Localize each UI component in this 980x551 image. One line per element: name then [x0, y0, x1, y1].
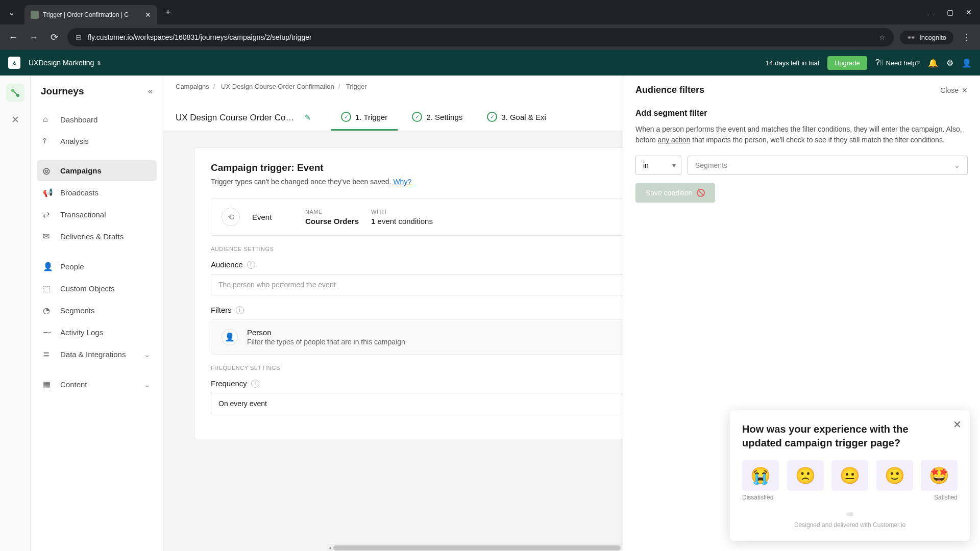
- operator-select[interactable]: in: [635, 156, 681, 175]
- reload-button[interactable]: ⟳: [47, 32, 61, 43]
- forward-button[interactable]: →: [27, 32, 41, 43]
- customerio-icon: [845, 509, 855, 519]
- audience-filters-panel: Audience filters Close ✕ Add segment fil…: [623, 76, 980, 551]
- workspace-switcher[interactable]: UXDesign Marketing ⇅: [29, 59, 101, 67]
- incognito-icon: 👓: [907, 34, 915, 41]
- event-name-label: NAME: [305, 209, 359, 215]
- window-maximize-icon[interactable]: ▢: [947, 8, 953, 16]
- breadcrumb-campaigns[interactable]: Campaigns: [176, 83, 209, 90]
- person-icon: 👤: [222, 329, 238, 345]
- main-content: Campaigns/ UX Design Course Order Confir…: [163, 76, 980, 551]
- rail-journeys-icon[interactable]: [6, 84, 24, 102]
- panel-title: Audience filters: [635, 85, 704, 95]
- address-bar[interactable]: ⊟ fly.customer.io/workspaces/160831/jour…: [67, 28, 894, 46]
- nav-campaigns[interactable]: ◎Campaigns: [37, 160, 157, 181]
- window-minimize-icon[interactable]: —: [927, 8, 935, 16]
- save-condition-button[interactable]: Save condition: [635, 183, 715, 203]
- breadcrumb-campaign-name[interactable]: UX Design Course Order Confirmation: [221, 83, 334, 90]
- rating-4-button[interactable]: 🙂: [876, 460, 913, 491]
- notifications-icon[interactable]: 🔔: [928, 58, 938, 68]
- browser-tab-strip: ⌄ Trigger | Order Confirmation | C ✕ + —…: [0, 0, 980, 24]
- nav-transactional[interactable]: ⇄Transactional: [37, 204, 157, 225]
- horizontal-scrollbar[interactable]: [327, 544, 623, 551]
- nav-dashboard[interactable]: ⌂Dashboard: [37, 109, 157, 130]
- bookmark-icon[interactable]: ☆: [879, 33, 886, 41]
- site-info-icon[interactable]: ⊟: [76, 33, 82, 41]
- rating-3-button[interactable]: 😐: [831, 460, 868, 491]
- deliveries-icon: ✉: [43, 232, 53, 241]
- chevron-down-icon: ⌄: [144, 350, 151, 359]
- step-settings[interactable]: ✓2. Settings: [402, 105, 473, 131]
- sidebar-title: Journeys: [41, 86, 84, 97]
- profile-icon[interactable]: 👤: [962, 58, 972, 68]
- info-icon[interactable]: i: [251, 380, 259, 388]
- window-close-icon[interactable]: ✕: [966, 8, 972, 16]
- data-icon: ≣: [43, 349, 53, 359]
- nav-data-integrations[interactable]: ≣Data & Integrations⌄: [37, 344, 157, 365]
- disabled-icon: [697, 189, 705, 197]
- browser-menu-icon[interactable]: ⋮: [960, 32, 974, 43]
- activity-icon: ⁓: [43, 328, 53, 337]
- browser-tab[interactable]: Trigger | Order Confirmation | C ✕: [24, 5, 157, 24]
- survey-footer-text: Designed and delivered with Customer.io: [794, 521, 905, 529]
- help-button[interactable]: ?⃝ Need help?: [875, 58, 920, 67]
- survey-close-icon[interactable]: ✕: [953, 418, 962, 431]
- rating-1-button[interactable]: 😭: [742, 460, 779, 491]
- rail-secondary-icon[interactable]: [6, 110, 24, 129]
- trial-status: 14 days left in trial: [766, 59, 819, 67]
- content-icon: ▦: [43, 380, 53, 389]
- tab-search-dropdown[interactable]: ⌄: [4, 5, 18, 19]
- check-icon: ✓: [412, 112, 422, 122]
- panel-section-title: Add segment filter: [635, 109, 968, 118]
- chevron-down-icon: ⌄: [144, 380, 151, 389]
- step-goal[interactable]: ✓3. Goal & Exi: [477, 105, 556, 131]
- upgrade-button[interactable]: Upgrade: [827, 56, 867, 70]
- event-name-value: Course Orders: [305, 217, 359, 226]
- page-title: UX Design Course Order Confi…: [176, 113, 298, 123]
- back-button[interactable]: ←: [6, 32, 20, 43]
- segments-select[interactable]: Segments ⌄: [688, 156, 968, 175]
- event-type-label: Event: [252, 213, 293, 221]
- rating-2-button[interactable]: 🙁: [787, 460, 824, 491]
- objects-icon: ⬚: [43, 284, 53, 293]
- segments-icon: ◔: [43, 306, 53, 315]
- nav-analysis[interactable]: ⫯Analysis: [37, 131, 157, 151]
- feedback-survey: ✕ How was your experience with the updat…: [730, 410, 970, 541]
- nav-broadcasts[interactable]: 📢Broadcasts: [37, 182, 157, 203]
- nav-deliveries[interactable]: ✉Deliveries & Drafts: [37, 226, 157, 247]
- step-trigger[interactable]: ✓1. Trigger: [331, 105, 398, 131]
- nav-people[interactable]: 👤People: [37, 256, 157, 277]
- nav-activity-logs[interactable]: ⁓Activity Logs: [37, 322, 157, 343]
- app-header: ⟑ UXDesign Marketing ⇅ 14 days left in t…: [0, 50, 980, 76]
- chevron-down-icon: ⌄: [954, 161, 960, 169]
- people-icon: 👤: [43, 262, 53, 271]
- survey-question: How was your experience with the updated…: [742, 422, 958, 450]
- info-icon[interactable]: i: [236, 306, 244, 314]
- close-icon: ✕: [962, 86, 968, 94]
- tab-close-icon[interactable]: ✕: [145, 11, 151, 19]
- info-icon[interactable]: i: [247, 261, 255, 269]
- nav-segments[interactable]: ◔Segments: [37, 300, 157, 321]
- check-icon: ✓: [341, 112, 351, 122]
- new-tab-button[interactable]: +: [165, 7, 171, 18]
- url-text: fly.customer.io/workspaces/160831/journe…: [88, 33, 873, 41]
- app-rail: [0, 76, 31, 551]
- edit-title-icon[interactable]: ✎: [304, 113, 311, 122]
- incognito-badge[interactable]: 👓 Incognito: [900, 31, 953, 44]
- settings-icon[interactable]: ⚙: [946, 58, 953, 68]
- survey-high-label: Satisfied: [934, 494, 958, 501]
- analysis-icon: ⫯: [43, 136, 53, 145]
- svg-point-3: [849, 512, 853, 516]
- event-icon: ⟲: [222, 208, 240, 226]
- app-logo-icon[interactable]: ⟑: [8, 57, 20, 69]
- chevron-updown-icon: ⇅: [97, 60, 101, 66]
- rating-5-button[interactable]: 🤩: [921, 460, 958, 491]
- nav-content[interactable]: ▦Content⌄: [37, 374, 157, 395]
- sidebar-collapse-icon[interactable]: «: [148, 87, 153, 96]
- tab-favicon: [31, 11, 39, 19]
- filter-title: Person: [247, 328, 405, 337]
- nav-custom-objects[interactable]: ⬚Custom Objects: [37, 278, 157, 299]
- event-with-label: WITH: [371, 209, 433, 215]
- why-link[interactable]: Why?: [393, 178, 411, 186]
- panel-close-button[interactable]: Close ✕: [940, 86, 968, 94]
